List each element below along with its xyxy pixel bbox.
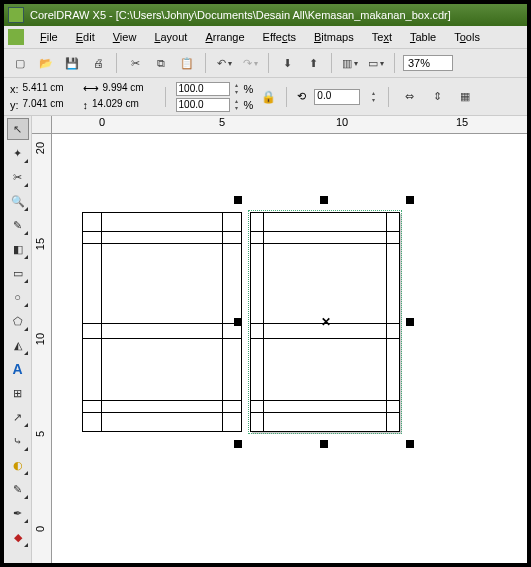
window-title: CorelDRAW X5 - [C:\Users\Johny\Documents… (30, 9, 451, 21)
connector-tool-icon[interactable]: ⤷ (7, 430, 29, 452)
align-icon[interactable]: ▦ (455, 87, 475, 107)
rectangle-tool-icon[interactable]: ▭ (7, 262, 29, 284)
scale-x[interactable]: 100.0 (176, 82, 230, 96)
separator (394, 53, 395, 73)
zoom-tool-icon[interactable]: 🔍 (7, 190, 29, 212)
launcher-icon[interactable]: ▥▾ (340, 53, 360, 73)
y-label: y: (10, 99, 19, 111)
ruler-v-tick: 10 (34, 333, 46, 345)
height-value[interactable]: 14.029 cm (90, 98, 144, 112)
selection-handle[interactable] (234, 196, 242, 204)
pick-tool-icon[interactable]: ↖ (7, 118, 29, 140)
width-icon: ⟷ (83, 82, 99, 95)
ruler-h-tick: 10 (336, 116, 348, 128)
selection-handle[interactable] (406, 318, 414, 326)
shape-tool-icon[interactable]: ✦ (7, 142, 29, 164)
selection-handle[interactable] (406, 196, 414, 204)
dimension-tool-icon[interactable]: ↗ (7, 406, 29, 428)
import-icon[interactable]: ⬇ (277, 53, 297, 73)
copy-icon[interactable]: ⧉ (151, 53, 171, 73)
percent-label: % (244, 83, 254, 95)
mirror-h-icon[interactable]: ⇔ (399, 87, 419, 107)
selection-handle[interactable] (320, 196, 328, 204)
menu-view[interactable]: View (105, 29, 145, 45)
menu-text[interactable]: Text (364, 29, 400, 45)
export-icon[interactable]: ⬆ (303, 53, 323, 73)
welcome-icon[interactable]: ▭▾ (366, 53, 386, 73)
separator (268, 53, 269, 73)
ellipse-tool-icon[interactable]: ○ (7, 286, 29, 308)
rotation-angle[interactable]: 0.0 (314, 89, 360, 105)
table-tool-icon[interactable]: ⊞ (7, 382, 29, 404)
text-tool-icon[interactable]: A (7, 358, 29, 380)
freehand-tool-icon[interactable]: ✎ (7, 214, 29, 236)
separator (286, 87, 287, 107)
smart-fill-tool-icon[interactable]: ◧ (7, 238, 29, 260)
toolbox: ↖ ✦ ✂ 🔍 ✎ ◧ ▭ ○ ⬠ ◭ A ⊞ ↗ ⤷ ◐ ✎ ✒ ◆ (4, 116, 32, 563)
print-icon[interactable]: 🖨 (88, 53, 108, 73)
basic-shapes-tool-icon[interactable]: ◭ (7, 334, 29, 356)
selection-handle[interactable] (320, 440, 328, 448)
menu-bar: File Edit View Layout Arrange Effects Bi… (4, 26, 527, 48)
ruler-h-tick: 5 (219, 116, 225, 128)
ruler-origin[interactable] (32, 116, 52, 134)
vertical-ruler[interactable]: 20 15 10 5 0 (32, 134, 52, 563)
separator (116, 53, 117, 73)
open-icon[interactable]: 📂 (36, 53, 56, 73)
lock-ratio-icon[interactable]: 🔒 (261, 90, 276, 104)
crop-tool-icon[interactable]: ✂ (7, 166, 29, 188)
selection-handle[interactable] (234, 440, 242, 448)
menu-effects[interactable]: Effects (255, 29, 304, 45)
separator (388, 87, 389, 107)
selection-handle[interactable] (406, 440, 414, 448)
scale-x-stepper[interactable]: ▴▾ (232, 82, 242, 96)
separator (331, 53, 332, 73)
scale-y[interactable]: 100.0 (176, 98, 230, 112)
menu-arrange[interactable]: Arrange (197, 29, 252, 45)
redo-icon[interactable]: ↷▾ (240, 53, 260, 73)
menu-edit[interactable]: Edit (68, 29, 103, 45)
selection-handle[interactable] (234, 318, 242, 326)
x-position[interactable]: 5.411 cm (21, 82, 75, 96)
percent-label: % (244, 99, 254, 111)
effects-tool-icon[interactable]: ◐ (7, 454, 29, 476)
rotate-icon: ⟲ (297, 90, 306, 103)
outline-tool-icon[interactable]: ✒ (7, 502, 29, 524)
title-bar: CorelDRAW X5 - [C:\Users\Johny\Documents… (4, 4, 527, 26)
main-area: ↖ ✦ ✂ 🔍 ✎ ◧ ▭ ○ ⬠ ◭ A ⊞ ↗ ⤷ ◐ ✎ ✒ ◆ 0 5 … (4, 116, 527, 563)
cut-icon[interactable]: ✂ (125, 53, 145, 73)
standard-toolbar: ▢ 📂 💾 🖨 ✂ ⧉ 📋 ↶▾ ↷▾ ⬇ ⬆ ▥▾ ▭▾ 37% (4, 48, 527, 78)
zoom-input[interactable]: 37% (403, 55, 453, 71)
save-icon[interactable]: 💾 (62, 53, 82, 73)
width-value[interactable]: 9.994 cm (101, 82, 155, 96)
ruler-v-tick: 20 (34, 142, 46, 154)
menu-tools[interactable]: Tools (446, 29, 488, 45)
x-label: x: (10, 83, 19, 95)
document-icon[interactable] (8, 29, 24, 45)
menu-bitmaps[interactable]: Bitmaps (306, 29, 362, 45)
polygon-tool-icon[interactable]: ⬠ (7, 310, 29, 332)
undo-icon[interactable]: ↶▾ (214, 53, 234, 73)
ruler-h-tick: 15 (456, 116, 468, 128)
fill-tool-icon[interactable]: ◆ (7, 526, 29, 548)
paste-icon[interactable]: 📋 (177, 53, 197, 73)
y-position[interactable]: 7.041 cm (21, 98, 75, 112)
new-icon[interactable]: ▢ (10, 53, 30, 73)
eyedropper-tool-icon[interactable]: ✎ (7, 478, 29, 500)
ruler-h-tick: 0 (99, 116, 105, 128)
box-object-left[interactable] (82, 212, 242, 432)
horizontal-ruler[interactable]: 0 5 10 15 (52, 116, 527, 134)
ruler-v-tick: 5 (34, 431, 46, 437)
canvas-area: 0 5 10 15 20 15 10 5 0 (32, 116, 527, 563)
menu-layout[interactable]: Layout (146, 29, 195, 45)
menu-table[interactable]: Table (402, 29, 444, 45)
drawing-canvas[interactable]: ✕ (52, 134, 527, 563)
ruler-v-tick: 0 (34, 526, 46, 532)
mirror-v-icon[interactable]: ⇕ (427, 87, 447, 107)
separator (205, 53, 206, 73)
menu-file[interactable]: File (32, 29, 66, 45)
property-bar: x: 5.411 cm y: 7.041 cm ⟷ 9.994 cm ↕ 14.… (4, 78, 527, 116)
scale-y-stepper[interactable]: ▴▾ (232, 98, 242, 112)
angle-stepper[interactable]: ▴▾ (368, 90, 378, 104)
app-icon (8, 7, 24, 23)
